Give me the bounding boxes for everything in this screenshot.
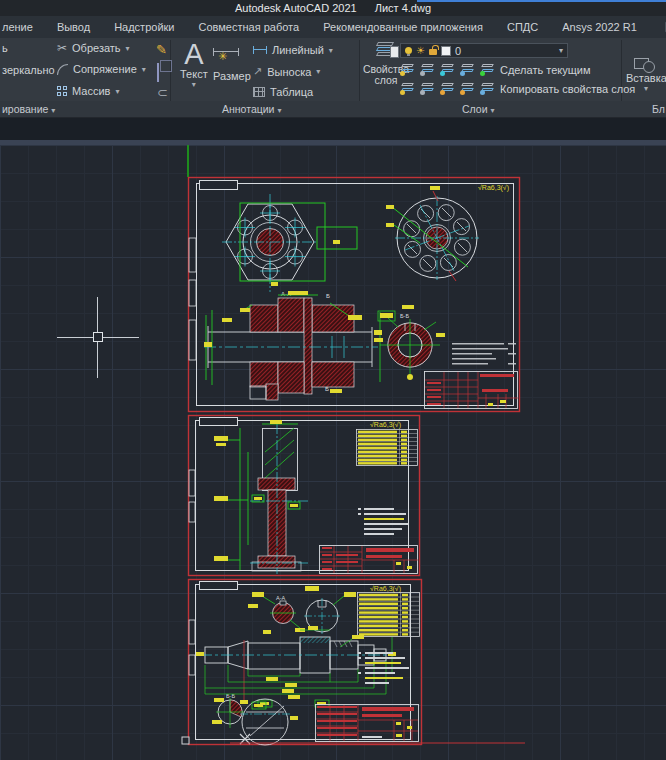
roughness-mark: √Ra6,3(√) bbox=[478, 184, 509, 192]
autocad-window: Autodesk AutoCAD 2021 Лист 4.dwg ление В… bbox=[0, 0, 666, 760]
shaft-section-b[interactable] bbox=[212, 698, 244, 728]
tech-notes-3 bbox=[358, 652, 409, 684]
section-label-b-top: Б bbox=[326, 293, 330, 299]
sheet-2-wheel[interactable]: √Ra6,3(√) bbox=[189, 416, 420, 576]
title-block-3 bbox=[316, 705, 419, 742]
section-label-bb: Б-Б bbox=[400, 313, 409, 319]
tech-notes-2 bbox=[358, 508, 408, 535]
wheel-section-view[interactable] bbox=[214, 420, 310, 574]
ring-section-view[interactable]: Б-Б bbox=[374, 305, 445, 380]
grip-handle[interactable] bbox=[182, 737, 189, 744]
tech-notes bbox=[452, 343, 516, 365]
flange-front-view[interactable] bbox=[222, 194, 357, 292]
crosshair-pickbox bbox=[93, 332, 103, 342]
shaft-section-c[interactable] bbox=[240, 699, 298, 745]
roughness-mark: √Ra6,3(√) bbox=[370, 585, 401, 593]
title-block-1 bbox=[425, 372, 519, 409]
flange-bolt-view[interactable] bbox=[386, 186, 479, 281]
roughness-mark: √Ra6,3(√) bbox=[370, 421, 401, 429]
sheet-3-shaft[interactable]: √Ra6,3(√) bbox=[182, 580, 525, 746]
parameter-table-2 bbox=[357, 430, 418, 466]
sheet-1-coupling[interactable]: √Ra6,3(√) bbox=[189, 178, 520, 412]
coupling-section-view[interactable] bbox=[204, 291, 382, 400]
drawing-sheets[interactable]: √Ra6,3(√) bbox=[0, 0, 666, 760]
section-label-aa-3: А-А bbox=[276, 595, 286, 601]
title-block-2 bbox=[320, 546, 419, 574]
